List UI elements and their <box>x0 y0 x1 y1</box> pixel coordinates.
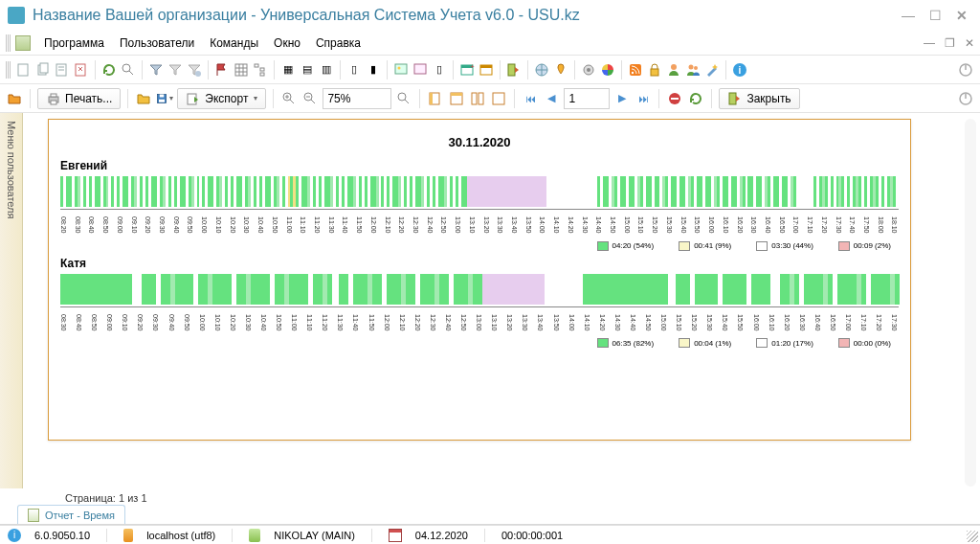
new-icon[interactable] <box>15 61 33 79</box>
zoom-select[interactable] <box>323 88 391 109</box>
open-icon[interactable] <box>135 90 152 107</box>
filter-clear-icon[interactable] <box>167 61 184 79</box>
zoom-in-icon[interactable] <box>280 90 298 107</box>
columns-icon[interactable]: ▯ <box>345 61 363 79</box>
titlebar: Название Вашей организации - Универсальн… <box>0 0 980 31</box>
rss-icon[interactable] <box>627 61 644 79</box>
calendar-icon <box>389 529 402 542</box>
svg-point-28 <box>689 64 694 69</box>
report-page: 30.11.2020 Евгений 08:2008:3008:4008:500… <box>48 119 911 441</box>
menu-program[interactable]: Программа <box>36 33 112 54</box>
zoom-out-icon[interactable] <box>301 90 319 107</box>
main-toolbar: ▦ ▤ ▥ ▯ ▮ ▯ + i <box>0 56 980 84</box>
first-page-icon[interactable]: ⏮ <box>522 90 539 107</box>
side-panel[interactable]: Меню пользователя <box>0 113 23 488</box>
lock-icon[interactable] <box>646 61 663 79</box>
print-button[interactable]: Печать... <box>37 88 121 109</box>
time-axis-2: 08:3008:4008:5009:0009:1009:2009:3009:40… <box>60 314 899 331</box>
svg-text:i: i <box>739 65 742 76</box>
last-page-icon[interactable]: ⏭ <box>635 90 652 107</box>
window-new-icon[interactable]: + <box>458 61 476 79</box>
layout1-icon[interactable] <box>427 90 444 107</box>
edit-icon[interactable] <box>54 61 71 79</box>
info-icon[interactable]: i <box>731 61 748 79</box>
print-label: Печать... <box>65 92 112 105</box>
svg-rect-0 <box>18 64 28 76</box>
filter-icon[interactable] <box>147 61 165 79</box>
user-icon[interactable] <box>665 61 682 79</box>
tree-icon[interactable] <box>252 61 269 79</box>
tab-report-time[interactable]: Отчет - Время <box>17 505 125 524</box>
menubar: Программа Пользователи Команды Окно Спра… <box>0 31 980 56</box>
menu-window[interactable]: Окно <box>266 33 308 54</box>
delete-icon[interactable] <box>73 61 90 79</box>
svg-point-12 <box>398 66 401 69</box>
mdi-controls: — ❐ ✕ <box>924 36 974 50</box>
menu-help[interactable]: Справка <box>308 33 368 54</box>
zoom-fit-icon[interactable] <box>395 90 412 107</box>
page-input[interactable] <box>564 88 610 109</box>
menu-icon <box>15 35 31 51</box>
columns2-icon[interactable]: ▮ <box>365 61 382 79</box>
export-label: Экспорт <box>205 92 248 105</box>
image2-icon[interactable] <box>412 61 429 79</box>
wand-icon[interactable] <box>703 61 721 79</box>
time-axis-1: 08:2008:3008:4008:5009:0009:1009:2009:30… <box>60 216 899 234</box>
save-icon[interactable]: ▾ <box>156 90 173 107</box>
search-icon[interactable] <box>120 61 137 79</box>
report-toolbar: Печать... ▾ Экспорт ▾ ⏮ ◀ ▶ ⏭ Закрыть <box>0 84 980 113</box>
status-counter: 00:00:00:001 <box>501 530 563 541</box>
mdi-close-icon[interactable]: ✕ <box>965 36 974 50</box>
layout3-icon[interactable] <box>469 90 486 107</box>
layout2-icon[interactable] <box>448 90 465 107</box>
folder-orange-icon[interactable] <box>6 90 23 107</box>
table-icon[interactable] <box>233 61 250 79</box>
grip-icon <box>6 34 11 52</box>
pin-icon[interactable] <box>552 61 569 79</box>
mdi-minimize-icon[interactable]: — <box>924 36 935 50</box>
maximize-button[interactable]: ☐ <box>928 9 942 22</box>
refresh-icon[interactable] <box>100 61 118 79</box>
minimize-button[interactable]: — <box>902 9 915 22</box>
gear-icon[interactable] <box>580 61 597 79</box>
grid-border-icon[interactable]: ▦ <box>279 61 297 79</box>
prev-page-icon[interactable]: ◀ <box>543 90 560 107</box>
window-list-icon[interactable] <box>478 61 495 79</box>
flag-icon[interactable] <box>213 61 231 79</box>
info-status-icon: i <box>8 529 21 542</box>
svg-rect-11 <box>395 64 407 74</box>
power-icon[interactable] <box>957 61 974 79</box>
users-icon[interactable] <box>684 61 702 79</box>
page-viewport: 30.11.2020 Евгений 08:2008:3008:4008:500… <box>23 113 980 488</box>
exit-icon[interactable] <box>505 61 523 79</box>
window-title: Название Вашей организации - Универсальн… <box>33 7 902 24</box>
svg-rect-47 <box>493 93 504 104</box>
grid-border2-icon[interactable]: ▤ <box>299 61 316 79</box>
menu-commands[interactable]: Команды <box>202 33 266 54</box>
filter-set-icon[interactable] <box>186 61 203 79</box>
resize-grip-icon[interactable] <box>967 531 978 542</box>
svg-rect-4 <box>76 64 85 76</box>
svg-rect-9 <box>260 68 264 71</box>
reload-icon[interactable] <box>687 90 704 107</box>
columns3-icon[interactable]: ▯ <box>431 61 448 79</box>
svg-point-42 <box>398 93 406 101</box>
power2-icon[interactable] <box>957 90 974 107</box>
mdi-restore-icon[interactable]: ❐ <box>945 36 955 50</box>
image-icon[interactable] <box>392 61 410 79</box>
stop-icon[interactable] <box>666 90 683 107</box>
layout4-icon[interactable] <box>490 90 507 107</box>
status-user: NIKOLAY (MAIN) <box>274 530 355 541</box>
tab-label: Отчет - Время <box>45 510 115 521</box>
scrollbar[interactable] <box>965 119 976 487</box>
export-button[interactable]: Экспорт ▾ <box>177 88 266 109</box>
grid-border3-icon[interactable]: ▥ <box>318 61 335 79</box>
copy-icon[interactable] <box>34 61 52 79</box>
close-report-button[interactable]: Закрыть <box>719 88 799 109</box>
close-button[interactable]: ✕ <box>955 9 969 22</box>
globe-icon[interactable] <box>533 61 550 79</box>
svg-rect-50 <box>729 93 736 104</box>
next-page-icon[interactable]: ▶ <box>613 90 631 107</box>
color-wheel-icon[interactable] <box>599 61 616 79</box>
menu-users[interactable]: Пользователи <box>112 33 202 54</box>
